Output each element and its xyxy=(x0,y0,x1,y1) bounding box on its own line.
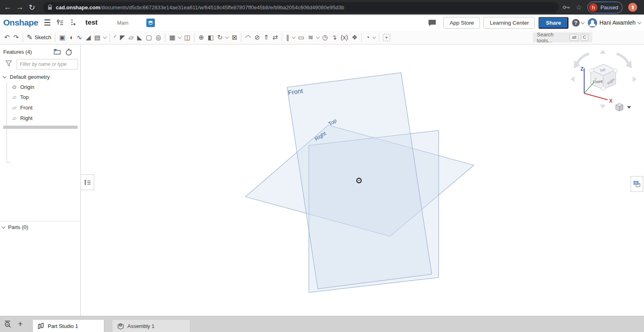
filter-input[interactable] xyxy=(17,59,78,69)
search-tools-button[interactable]: Search tools... alt C xyxy=(533,32,592,42)
hole-icon[interactable]: ◎ xyxy=(154,32,163,43)
app-store-button[interactable]: App Store xyxy=(443,17,480,29)
browser-reload-button[interactable]: ↻ xyxy=(26,3,38,12)
tree-item-right[interactable]: ▱ Right xyxy=(11,115,32,121)
custom-feature-icon[interactable]: + xyxy=(381,32,392,43)
tab-assembly-1[interactable]: Assembly 1 xyxy=(112,320,190,332)
curve-dropdown-chevron[interactable] xyxy=(315,32,321,43)
feature-list-flyout-handle[interactable] xyxy=(81,174,94,190)
insert-new-item-icon[interactable] xyxy=(70,19,76,26)
password-key-icon[interactable] xyxy=(563,5,570,9)
offset-dropdown-chevron[interactable] xyxy=(291,32,296,43)
linear-pattern-icon[interactable]: ▦ xyxy=(167,32,177,43)
surface-tools-icon[interactable]: ◔ xyxy=(364,32,372,43)
manage-tabs-icon[interactable] xyxy=(4,320,13,328)
tree-item-front[interactable]: ▱ Front xyxy=(11,105,32,111)
tab-part-studio-1[interactable]: Part Studio 1 xyxy=(32,320,104,332)
help-menu[interactable]: ? xyxy=(572,19,584,27)
versions-history-icon[interactable] xyxy=(57,19,64,26)
mirror-icon[interactable]: ◫ xyxy=(182,32,192,43)
extrude-icon[interactable]: ▣ xyxy=(57,32,67,43)
circular-pattern-icon[interactable]: ◷ xyxy=(321,32,330,43)
main-menu-icon[interactable]: ☰ xyxy=(44,18,51,27)
rollback-stopwatch-icon[interactable] xyxy=(65,48,72,57)
address-bar[interactable]: cad.onshape.com/documents/d5cbc6672833e1… xyxy=(43,2,559,13)
feature-dropdown-chevron[interactable] xyxy=(102,32,108,43)
shell-icon[interactable]: ▢ xyxy=(144,32,154,43)
surface-dropdown-chevron[interactable] xyxy=(372,32,377,43)
document-title[interactable]: test xyxy=(85,19,97,27)
graphics-viewport[interactable]: Front Top Right xyxy=(81,45,644,316)
chamfer-icon[interactable]: ◤ xyxy=(118,32,127,43)
parts-section-header[interactable]: Parts (0) xyxy=(2,224,28,230)
user-avatar xyxy=(588,18,597,27)
feature-list-panel: Features (4) Default geometry ⊙ Origin ▱… xyxy=(0,45,81,316)
fillet-icon[interactable]: ◜ xyxy=(112,32,118,43)
glyph: ❖ xyxy=(352,34,357,41)
spin-up-arrow-icon[interactable] xyxy=(600,50,606,54)
spin-left-arrow-icon[interactable] xyxy=(570,76,574,82)
transform-dropdown-chevron[interactable] xyxy=(224,32,230,43)
origin-marker[interactable] xyxy=(357,179,361,183)
delete-part-icon[interactable]: ⊠ xyxy=(230,32,239,43)
spin-down-arrow-icon[interactable] xyxy=(600,105,606,109)
bookmark-star-icon[interactable]: ☆ xyxy=(576,3,582,12)
browser-forward-button[interactable]: → xyxy=(14,3,26,12)
sweep-icon[interactable]: ∿ xyxy=(75,32,84,43)
split-icon[interactable]: ◧ xyxy=(206,32,215,43)
replace-face-icon[interactable]: ⇄ xyxy=(271,32,280,43)
rib-icon[interactable]: ◣ xyxy=(135,32,144,43)
redo-icon[interactable]: ↷ xyxy=(11,32,20,43)
share-button[interactable]: Share xyxy=(538,17,568,29)
draft-icon[interactable]: ▱ xyxy=(127,32,135,43)
plane-icon[interactable]: ▭ xyxy=(296,32,306,43)
plane-icon: ▱ xyxy=(11,115,17,121)
derived-icon[interactable]: ↴ xyxy=(330,32,339,43)
loft-icon[interactable]: ◢ xyxy=(84,32,93,43)
helix-icon[interactable]: ≋ xyxy=(306,32,315,43)
browser-profile-chip[interactable]: h Paused xyxy=(587,2,623,13)
undo-icon[interactable]: ↶ xyxy=(2,32,11,43)
boolean-icon[interactable]: ⊕ xyxy=(196,32,205,43)
glyph: ◖ xyxy=(69,34,73,41)
transform-icon[interactable]: ↻ xyxy=(215,32,224,43)
pattern-dropdown-chevron[interactable] xyxy=(177,32,182,43)
bom-flyout-handle[interactable] xyxy=(631,176,643,192)
rotate-cw-arrow-icon[interactable] xyxy=(617,54,629,64)
glyph: ↴ xyxy=(332,34,337,41)
tree-item-origin[interactable]: ⊙ Origin xyxy=(11,84,34,90)
workspace-branch-label[interactable]: Main xyxy=(117,20,129,26)
toolbar-divider xyxy=(110,33,110,42)
instances-icon[interactable]: ❖ xyxy=(350,32,359,43)
parts-collapse-chevron-icon[interactable] xyxy=(2,225,6,229)
onshape-logo[interactable]: Onshape xyxy=(3,18,38,27)
modify-fillet-icon[interactable]: ◠ xyxy=(243,32,253,43)
create-folder-icon[interactable] xyxy=(54,48,61,57)
filter-funnel-icon[interactable] xyxy=(5,60,12,69)
thicken-icon[interactable]: ▤ xyxy=(93,32,102,43)
revolve-icon[interactable]: ◖ xyxy=(67,32,75,43)
variable-icon[interactable]: (x) xyxy=(339,32,350,43)
sketch-button[interactable]: ✎Sketch xyxy=(25,32,53,43)
offset-surface-icon[interactable]: ∥ xyxy=(284,32,291,43)
add-tab-button[interactable]: + xyxy=(18,319,23,328)
collapse-chevron-icon[interactable] xyxy=(3,74,7,78)
rotate-ccw-arrow-icon[interactable] xyxy=(577,54,589,64)
view-options-button[interactable] xyxy=(616,103,631,111)
horizontal-scrollbar[interactable] xyxy=(3,126,78,129)
browser-back-button[interactable]: ← xyxy=(2,3,14,12)
tree-item-top[interactable]: ▱ Top xyxy=(11,94,29,100)
view-cube[interactable]: Top Front Right Z Y X xyxy=(568,48,641,117)
comment-bubble-icon[interactable] xyxy=(428,19,437,27)
education-plan-icon[interactable] xyxy=(146,19,155,27)
features-header: Features (4) xyxy=(3,49,32,55)
glyph: ✎ xyxy=(27,34,32,41)
bom-table-icon xyxy=(633,181,641,188)
move-face-icon[interactable]: ⇑ xyxy=(262,32,270,43)
learning-center-button[interactable]: Learning Center xyxy=(484,17,535,29)
user-account-menu[interactable]: Hani Awamleh xyxy=(588,18,641,27)
chrome-update-icon[interactable]: ⬆ xyxy=(628,3,637,12)
tree-node-default-geometry[interactable]: Default geometry xyxy=(3,74,50,80)
delete-face-icon[interactable]: ⊘ xyxy=(253,32,262,43)
spin-right-arrow-icon[interactable] xyxy=(633,76,637,82)
